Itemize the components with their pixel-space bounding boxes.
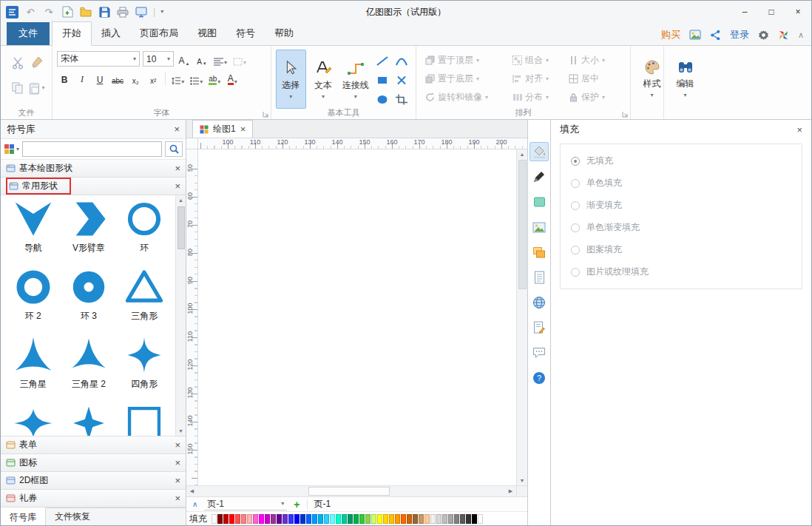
align-button[interactable]: 对齐▾ — [512, 73, 569, 85]
color-swatch[interactable] — [300, 514, 305, 524]
color-swatch[interactable] — [282, 514, 288, 524]
color-swatch[interactable] — [253, 514, 258, 524]
horizontal-scrollbar[interactable]: ◀ ▶ — [186, 485, 527, 496]
shape-item[interactable]: 环 3 — [61, 268, 116, 324]
export-image-icon[interactable] — [689, 30, 701, 40]
library-picker-button[interactable]: ▾ — [4, 144, 19, 155]
italic-button[interactable]: I — [75, 71, 89, 86]
grow-font-button[interactable]: A▲ — [177, 52, 192, 67]
open-button[interactable] — [79, 5, 92, 18]
color-swatch[interactable] — [223, 514, 229, 524]
app-logo-icon[interactable] — [5, 5, 18, 18]
color-swatch[interactable] — [348, 514, 353, 524]
border-style-dropdown-icon[interactable]: ▾ — [243, 60, 246, 66]
scrollbar-thumb[interactable] — [177, 206, 185, 249]
bold-button[interactable]: B — [57, 71, 72, 86]
shape-item[interactable] — [117, 404, 172, 436]
vertical-scrollbar[interactable]: ▲ ▼ — [516, 149, 527, 485]
new-document-button[interactable] — [61, 5, 74, 18]
color-swatch[interactable] — [424, 514, 430, 524]
copy-icon[interactable] — [11, 81, 24, 95]
color-swatch[interactable] — [448, 514, 453, 524]
rectangle-tool-icon[interactable] — [376, 75, 389, 86]
bring-to-front-button[interactable]: 置于顶层▾ — [425, 54, 512, 67]
color-swatch[interactable] — [306, 514, 311, 524]
customize-toolbar-dropdown-icon[interactable]: ▾ — [160, 9, 163, 15]
color-swatch[interactable] — [235, 514, 240, 524]
close-section-icon[interactable]: × — [175, 163, 180, 173]
highlight-dropdown-icon[interactable]: ▾ — [217, 79, 220, 85]
tab-home[interactable]: 开始 — [52, 21, 92, 46]
login-button[interactable]: 登录 — [730, 28, 749, 41]
shape-item[interactable] — [61, 404, 116, 436]
line-spacing-button[interactable]: ▾ — [170, 71, 186, 86]
page-setup-icon[interactable] — [530, 268, 549, 287]
color-swatch[interactable] — [294, 514, 300, 524]
color-swatch[interactable] — [229, 514, 234, 524]
select-tool-button[interactable]: 选择 ▾ — [276, 50, 306, 109]
save-button[interactable] — [98, 5, 111, 18]
font-size-combo[interactable]: 10▾ — [143, 51, 174, 67]
share-icon[interactable] — [710, 30, 721, 41]
page-dropdown[interactable]: 页-1 ▾ — [204, 499, 287, 510]
cut-icon[interactable] — [11, 56, 24, 70]
underline-button[interactable]: U — [92, 71, 107, 86]
crop-tool-icon[interactable] — [395, 94, 408, 105]
color-swatch[interactable] — [247, 514, 252, 524]
tab-view[interactable]: 视图 — [188, 22, 226, 45]
tab-page-layout[interactable]: 页面布局 — [130, 22, 188, 45]
color-swatch[interactable] — [401, 514, 406, 524]
library-picker-dropdown-icon[interactable]: ▾ — [16, 146, 19, 152]
print-preview-button[interactable] — [135, 5, 148, 18]
settings-gear-icon[interactable] — [758, 30, 769, 41]
close-button[interactable]: × — [785, 1, 811, 22]
page-dropdown-icon[interactable]: ▾ — [281, 501, 284, 507]
dropdown-arrow-icon[interactable]: ▾ — [602, 95, 605, 101]
style-dropdown-icon[interactable]: ▾ — [650, 92, 653, 98]
color-swatch[interactable] — [359, 514, 365, 524]
bullet-list-button[interactable]: ▾ — [189, 71, 204, 86]
dropdown-arrow-icon[interactable]: ▾ — [546, 76, 549, 82]
fill-option[interactable]: 单色渐变填充 — [571, 221, 791, 234]
color-swatch[interactable] — [472, 514, 477, 524]
tab-symbols[interactable]: 符号 — [226, 22, 265, 45]
print-button[interactable] — [116, 5, 129, 18]
font-color-button[interactable]: A▾ — [225, 71, 240, 86]
page-list-caret-icon[interactable]: ∧ — [192, 500, 197, 508]
gallery-scrollbar[interactable]: ▲ ▼ — [175, 195, 186, 436]
add-page-button[interactable]: + — [294, 499, 300, 510]
note-icon[interactable] — [530, 318, 549, 337]
connector-dropdown-icon[interactable]: ▾ — [354, 94, 357, 100]
font-size-dropdown-icon[interactable]: ▾ — [167, 56, 170, 62]
shape-item[interactable]: 环 — [117, 200, 172, 256]
center-button[interactable]: 居中 — [569, 73, 625, 85]
section-basic-shapes[interactable]: 基本绘图形状 × — [1, 160, 186, 178]
color-swatch[interactable] — [259, 514, 264, 524]
minimize-button[interactable]: – — [731, 1, 758, 22]
color-swatch[interactable] — [383, 514, 388, 524]
color-swatch[interactable] — [454, 514, 459, 524]
color-swatch[interactable] — [419, 514, 424, 524]
close-symbol-panel-icon[interactable]: × — [174, 124, 180, 134]
close-section-icon[interactable]: × — [175, 476, 180, 485]
color-swatch[interactable] — [217, 514, 223, 524]
layers-icon[interactable] — [530, 243, 549, 262]
tab-insert[interactable]: 插入 — [92, 22, 130, 45]
undo-button[interactable]: ↶ — [24, 5, 37, 18]
close-section-icon[interactable]: × — [175, 458, 180, 468]
close-fill-panel-icon[interactable]: × — [796, 125, 802, 135]
dropdown-arrow-icon[interactable]: ▾ — [476, 76, 479, 82]
color-swatch[interactable] — [277, 514, 282, 524]
color-swatch[interactable] — [330, 514, 335, 524]
fill-option[interactable]: 渐变填充 — [571, 199, 791, 212]
document-tab[interactable]: 绘图1 × — [192, 120, 253, 138]
redo-button[interactable]: ↷ — [42, 5, 55, 18]
color-swatch[interactable] — [353, 514, 359, 524]
shape-item[interactable]: 三角星 — [5, 336, 61, 392]
comment-icon[interactable] — [530, 343, 549, 363]
delete-tool-icon[interactable] — [395, 75, 408, 86]
edit-dropdown-icon[interactable]: ▾ — [683, 92, 686, 98]
fill-option[interactable]: 单色填充 — [571, 177, 791, 189]
color-swatch[interactable] — [442, 514, 447, 524]
section-forms[interactable]: 表单 × — [1, 436, 186, 454]
